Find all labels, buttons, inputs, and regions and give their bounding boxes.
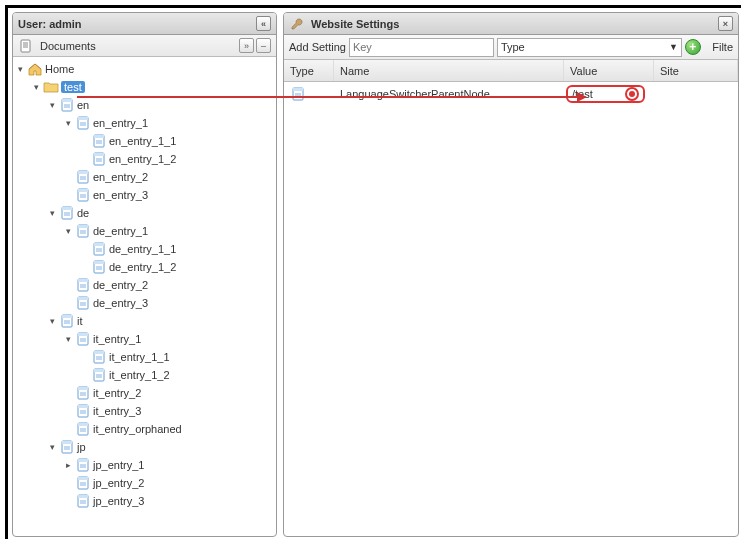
tree-node-label: de_entry_2 xyxy=(93,279,148,291)
tree-toggle-spacer xyxy=(63,388,73,398)
tree-node[interactable]: it_entry_1_1 xyxy=(13,348,276,366)
tree-node[interactable]: en_entry_2 xyxy=(13,168,276,186)
page-icon xyxy=(75,169,91,185)
tree-node[interactable]: de_entry_1_2 xyxy=(13,258,276,276)
page-icon xyxy=(75,403,91,419)
tree-node-label: Home xyxy=(45,63,74,75)
home-icon xyxy=(27,61,43,77)
add-button[interactable]: + xyxy=(685,39,701,55)
tree-toggle-spacer xyxy=(63,190,73,200)
tree-toggle-spacer xyxy=(63,406,73,416)
subheader-minus-button[interactable]: – xyxy=(256,38,271,53)
tree-node[interactable]: ▾it_entry_1 xyxy=(13,330,276,348)
tree-node-label: en_entry_1_1 xyxy=(109,135,176,147)
tree-node-label: en_entry_1_2 xyxy=(109,153,176,165)
tree-node[interactable]: ▾en xyxy=(13,96,276,114)
tree-toggle-icon[interactable]: ▾ xyxy=(31,82,41,92)
tree-node[interactable]: ▾jp xyxy=(13,438,276,456)
value-highlight: /test xyxy=(566,85,645,103)
tree-node-label: en_entry_1 xyxy=(93,117,148,129)
type-select[interactable]: Type ▼ xyxy=(497,38,682,57)
tree-node[interactable]: de_entry_1_1 xyxy=(13,240,276,258)
tree-node[interactable]: ▾Home xyxy=(13,60,276,78)
tree-node[interactable]: de_entry_3 xyxy=(13,294,276,312)
documents-label: Documents xyxy=(40,40,96,52)
tree-node[interactable]: jp_entry_3 xyxy=(13,492,276,510)
svg-rect-32 xyxy=(94,369,104,372)
row-type-icon xyxy=(284,82,334,106)
tree-node[interactable]: ▸jp_entry_1 xyxy=(13,456,276,474)
grid-body: LanguageSwitcherParentNode/test xyxy=(284,82,738,536)
svg-rect-2 xyxy=(62,99,72,102)
page-icon xyxy=(75,295,91,311)
row-value: /test xyxy=(572,88,593,100)
tree-node[interactable]: jp_entry_2 xyxy=(13,474,276,492)
tree-node[interactable]: ▾en_entry_1 xyxy=(13,114,276,132)
user-title: User: admin xyxy=(18,18,82,30)
svg-rect-8 xyxy=(94,153,104,156)
grid-row[interactable]: LanguageSwitcherParentNode/test xyxy=(284,82,738,106)
page-icon xyxy=(59,313,75,329)
target-icon[interactable] xyxy=(625,87,639,101)
subheader-next-button[interactable]: » xyxy=(239,38,254,53)
svg-rect-6 xyxy=(94,135,104,138)
wrench-icon xyxy=(289,16,305,32)
col-type[interactable]: Type xyxy=(284,60,334,81)
page-icon xyxy=(91,241,107,257)
tree-node[interactable]: ▾it xyxy=(13,312,276,330)
tree-toggle-spacer xyxy=(63,172,73,182)
tree-node-label: jp_entry_2 xyxy=(93,477,144,489)
svg-rect-24 xyxy=(78,297,88,300)
tree-node[interactable]: en_entry_3 xyxy=(13,186,276,204)
tree-node[interactable]: en_entry_1_2 xyxy=(13,150,276,168)
tree-node[interactable]: ▾de xyxy=(13,204,276,222)
tree-toggle-icon[interactable]: ▾ xyxy=(63,118,73,128)
tree-node[interactable]: it_entry_1_2 xyxy=(13,366,276,384)
documents-subheader: Documents » – xyxy=(13,35,276,57)
tree-node-label: en xyxy=(77,99,89,111)
tree-toggle-icon[interactable]: ▾ xyxy=(47,100,57,110)
svg-rect-16 xyxy=(78,225,88,228)
tree-toggle-icon[interactable]: ▸ xyxy=(63,460,73,470)
tree-toggle-icon[interactable]: ▾ xyxy=(63,334,73,344)
grid-header: Type Name Value Site xyxy=(284,60,738,82)
documents-icon xyxy=(18,38,34,54)
tree-toggle-icon[interactable]: ▾ xyxy=(63,226,73,236)
tree-toggle-spacer xyxy=(79,352,89,362)
svg-rect-44 xyxy=(78,477,88,480)
tree-toggle-icon[interactable]: ▾ xyxy=(15,64,25,74)
tree-node-label: jp_entry_1 xyxy=(93,459,144,471)
key-input[interactable] xyxy=(349,38,494,57)
page-icon xyxy=(91,367,107,383)
tree-node-label: de_entry_3 xyxy=(93,297,148,309)
type-placeholder: Type xyxy=(501,41,525,53)
tree-node[interactable]: ▾test xyxy=(13,78,276,96)
close-settings-button[interactable]: × xyxy=(718,16,733,31)
tree-node[interactable]: it_entry_orphaned xyxy=(13,420,276,438)
svg-rect-34 xyxy=(78,387,88,390)
document-tree[interactable]: ▾Home▾test▾en▾en_entry_1en_entry_1_1en_e… xyxy=(13,57,276,536)
tree-node-label: en_entry_2 xyxy=(93,171,148,183)
tree-node[interactable]: ▾de_entry_1 xyxy=(13,222,276,240)
page-icon xyxy=(75,223,91,239)
tree-node-label: de_entry_1 xyxy=(93,225,148,237)
collapse-left-button[interactable]: « xyxy=(256,16,271,31)
tree-node-label: de xyxy=(77,207,89,219)
tree-node[interactable]: it_entry_2 xyxy=(13,384,276,402)
tree-node[interactable]: it_entry_3 xyxy=(13,402,276,420)
col-value[interactable]: Value xyxy=(564,60,654,81)
tree-toggle-spacer xyxy=(79,244,89,254)
tree-toggle-icon[interactable]: ▾ xyxy=(47,442,57,452)
col-site[interactable]: Site xyxy=(654,60,738,81)
tree-node[interactable]: en_entry_1_1 xyxy=(13,132,276,150)
add-setting-label: Add Setting xyxy=(289,41,346,53)
tree-toggle-icon[interactable]: ▾ xyxy=(47,208,57,218)
tree-toggle-spacer xyxy=(79,136,89,146)
col-name[interactable]: Name xyxy=(334,60,564,81)
settings-title: Website Settings xyxy=(311,18,399,30)
tree-toggle-icon[interactable]: ▾ xyxy=(47,316,57,326)
tree-toggle-spacer xyxy=(63,298,73,308)
page-icon xyxy=(91,151,107,167)
tree-node-label: de_entry_1_1 xyxy=(109,243,176,255)
tree-node[interactable]: de_entry_2 xyxy=(13,276,276,294)
